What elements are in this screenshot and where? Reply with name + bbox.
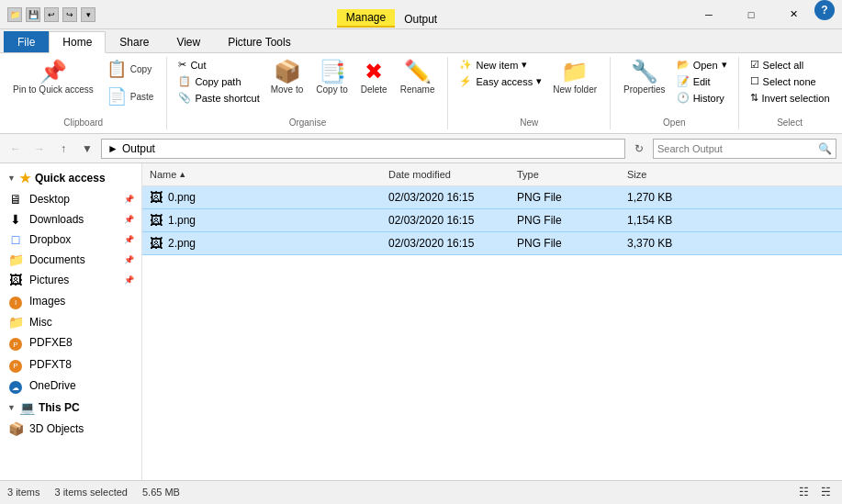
easy-access-label: Easy access	[476, 76, 533, 87]
easy-access-button[interactable]: ⚡ Easy access ▾	[455, 73, 545, 89]
new-item-dropdown[interactable]: ▾	[522, 59, 527, 71]
address-path[interactable]: ► Output	[101, 139, 625, 159]
pin-button[interactable]: 📌 Pin to Quick access	[7, 57, 99, 99]
expand-icon: ▼	[7, 174, 16, 183]
window-controls: ─ □ ✕ ?	[688, 0, 835, 29]
col-header-size[interactable]: Size	[620, 167, 702, 182]
table-row[interactable]: 🖼 2.png 02/03/2020 16:15 PNG File 3,370 …	[142, 232, 842, 255]
paste-button[interactable]: 📄 Paste	[101, 84, 160, 110]
edit-icon: 📝	[677, 75, 690, 87]
rename-button[interactable]: ✏️ Rename	[395, 57, 441, 99]
title-bar: 📁 💾 ↩ ↪ ▾ Manage Output ─ □ ✕ ?	[0, 0, 842, 29]
tab-view[interactable]: View	[163, 31, 214, 52]
dropdown-icon[interactable]: ▾	[81, 7, 95, 22]
properties-button[interactable]: 🔧 Properties	[618, 57, 671, 99]
invert-selection-button[interactable]: ⇅ Invert selection	[747, 90, 834, 106]
onedrive-icon: ☁	[7, 378, 24, 395]
help-button[interactable]: ?	[814, 0, 835, 20]
copy-path-button[interactable]: 📋 Copy path	[174, 73, 263, 89]
pin-label: Pin to Quick access	[13, 84, 94, 95]
back-button[interactable]: ←	[6, 139, 26, 159]
documents-icon: 📁	[7, 252, 24, 267]
sidebar-item-pdfxt8[interactable]: P PDFXT8	[0, 353, 141, 375]
quick-access-icon: 💾	[26, 7, 40, 22]
details-view-button[interactable]: ☷	[794, 483, 813, 501]
sidebar-item-pdfxe8[interactable]: P PDFXE8	[0, 332, 141, 354]
close-button[interactable]: ✕	[772, 0, 814, 29]
table-row[interactable]: 🖼 0.png 02/03/2020 16:15 PNG File 1,270 …	[142, 186, 842, 209]
quick-access-header[interactable]: ▼ ★ Quick access	[0, 167, 141, 189]
select-none-button[interactable]: ☐ Select none	[747, 73, 834, 89]
tab-share[interactable]: Share	[106, 31, 163, 52]
easy-access-dropdown[interactable]: ▾	[536, 75, 542, 87]
this-pc-expand-icon: ▼	[7, 403, 16, 412]
file-size: 3,370 KB	[620, 235, 702, 252]
search-input[interactable]	[657, 143, 816, 154]
sidebar-item-pictures[interactable]: 🖼 Pictures 📌	[0, 270, 141, 290]
cut-button[interactable]: ✂ Cut	[174, 57, 263, 73]
up-button[interactable]: ↑	[53, 139, 73, 159]
delete-button[interactable]: ✖ Delete	[355, 57, 393, 99]
tab-home[interactable]: Home	[49, 31, 106, 53]
tab-file[interactable]: File	[4, 31, 49, 52]
edit-button[interactable]: 📝 Edit	[673, 73, 731, 89]
pdfxe8-label: PDFXE8	[29, 336, 134, 349]
col-header-type[interactable]: Type	[510, 167, 620, 182]
sidebar-item-images[interactable]: I Images	[0, 290, 141, 312]
copy-label: Copy	[130, 64, 152, 75]
ribbon-group-open: 🔧 Properties 📂 Open ▾ 📝 Edit 🕐 History	[611, 57, 739, 129]
refresh-button[interactable]: ↻	[629, 139, 649, 159]
downloads-label: Downloads	[29, 213, 118, 226]
sidebar-item-desktop[interactable]: 🖥 Desktop 📌	[0, 189, 141, 209]
select-none-icon: ☐	[750, 75, 759, 87]
new-item-label: New item	[476, 60, 518, 71]
open-label: Open	[693, 60, 718, 71]
copy-button[interactable]: 📋 Copy	[101, 57, 160, 83]
file-name: 0.png	[168, 191, 196, 204]
clipboard-content: 📌 Pin to Quick access 📋 Copy 📄 Paste	[7, 57, 159, 116]
breadcrumb-output[interactable]: Output	[122, 142, 155, 155]
documents-label: Documents	[29, 253, 118, 266]
clipboard-label: Clipboard	[63, 116, 103, 129]
select-all-button[interactable]: ☑ Select all	[747, 57, 834, 73]
open-button[interactable]: 📂 Open ▾	[673, 57, 731, 73]
paste-icon: 📄	[107, 88, 127, 105]
rename-label: Rename	[400, 84, 435, 95]
sidebar-item-misc[interactable]: 📁 Misc	[0, 312, 141, 332]
manage-tab[interactable]: Manage	[337, 9, 395, 28]
col-header-name[interactable]: Name ▲	[142, 167, 381, 182]
new-folder-button[interactable]: 📁 New folder	[547, 57, 602, 99]
col-size-label: Size	[627, 169, 646, 180]
move-to-button[interactable]: 📦 Move to	[265, 57, 309, 99]
this-pc-header[interactable]: ▼ 💻 This PC	[0, 397, 141, 419]
sidebar: ▼ ★ Quick access 🖥 Desktop 📌 ⬇ Downloads…	[0, 163, 142, 480]
history-icon: 🕐	[677, 92, 690, 104]
sidebar-item-3d-objects[interactable]: 📦 3D Objects	[0, 419, 141, 439]
pdfxt8-label: PDFXT8	[29, 358, 134, 371]
pdfxt8-circle: P	[9, 360, 22, 373]
col-header-date[interactable]: Date modified	[381, 167, 510, 182]
file-name: 1.png	[168, 214, 196, 227]
copy-to-button[interactable]: 📑 Copy to	[310, 57, 353, 99]
new-item-button[interactable]: ✨ New item ▾	[455, 57, 545, 73]
undo-icon: ↩	[44, 7, 59, 22]
table-row[interactable]: 🖼 1.png 02/03/2020 16:15 PNG File 1,154 …	[142, 209, 842, 232]
paste-shortcut-button[interactable]: 📎 Paste shortcut	[174, 90, 263, 106]
history-button[interactable]: 🕐 History	[673, 90, 731, 106]
search-icon[interactable]: 🔍	[818, 142, 832, 155]
sidebar-item-downloads[interactable]: ⬇ Downloads 📌	[0, 209, 141, 230]
large-icons-view-button[interactable]: ☵	[816, 483, 835, 501]
paste-shortcut-icon: 📎	[178, 92, 191, 104]
maximize-button[interactable]: □	[730, 0, 772, 29]
recent-locations-button[interactable]: ▼	[77, 139, 97, 159]
sidebar-item-dropbox[interactable]: □ Dropbox 📌	[0, 230, 141, 250]
sidebar-item-onedrive[interactable]: ☁ OneDrive	[0, 375, 141, 398]
ribbon: 📌 Pin to Quick access 📋 Copy 📄 Paste Cli…	[0, 53, 842, 134]
file-rows: 🖼 0.png 02/03/2020 16:15 PNG File 1,270 …	[142, 186, 842, 255]
redo-icon: ↪	[62, 7, 77, 22]
sidebar-item-documents[interactable]: 📁 Documents 📌	[0, 250, 141, 270]
tab-picture-tools[interactable]: Picture Tools	[214, 31, 304, 52]
properties-label: Properties	[623, 84, 666, 95]
minimize-button[interactable]: ─	[688, 0, 730, 29]
forward-button[interactable]: →	[29, 139, 50, 159]
